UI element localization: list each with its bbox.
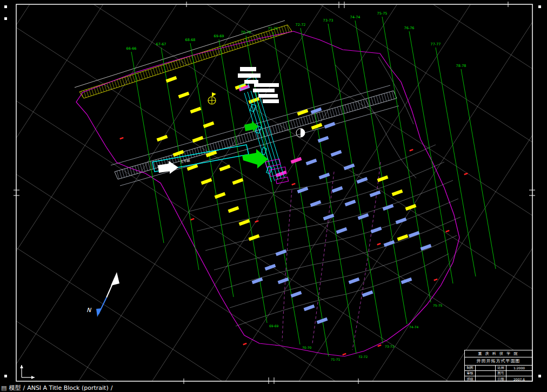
contour-line [197, 162, 444, 231]
grid-line [0, 0, 95, 392]
red-mark [119, 137, 123, 140]
grid-line [0, 11, 547, 392]
label: 75-75 [433, 303, 443, 307]
grid-line [0, 0, 547, 16]
yellow-survey-bar [297, 109, 309, 116]
band-edge-line [120, 106, 399, 186]
grid-line [0, 0, 547, 392]
yellow-survey-bar [239, 219, 250, 226]
blue-survey-bar [304, 305, 315, 311]
registration-mark [4, 17, 7, 20]
contour-line [222, 217, 461, 289]
label-box [263, 99, 279, 103]
magenta-structure [276, 177, 288, 184]
blue-survey-bar [276, 249, 287, 256]
blue-survey-bar [319, 173, 330, 179]
red-mark [243, 343, 246, 346]
benchmark-flag [212, 92, 216, 97]
blue-survey-bar [362, 290, 373, 297]
grid-line [0, 0, 146, 392]
blue-survey-bar [265, 264, 276, 271]
model-tab[interactable]: 模型 [9, 384, 21, 392]
blue-survey-bar [396, 218, 407, 224]
label-box [253, 89, 275, 92]
north-arrow-icon [106, 279, 115, 298]
drawing-layers: 66-6667-6768-6869-6969-6970-7070-7071-71… [0, 0, 547, 392]
contour-line [378, 57, 413, 124]
blue-survey-bar [357, 177, 368, 184]
label: 68-68 [185, 38, 196, 42]
field-label: 制图 [465, 366, 476, 371]
contour-line [236, 254, 449, 326]
section-line [273, 32, 329, 356]
flow-arrow-green-large [242, 149, 268, 168]
yellow-survey-bar [228, 206, 239, 213]
cad-canvas[interactable]: 66-6667-6768-6869-6969-6970-7070-7071-71… [0, 0, 547, 392]
label: 72-72 [296, 23, 306, 27]
shaft-symbol-icon [301, 129, 305, 137]
yellow-survey-bar [392, 190, 403, 196]
grid-line [0, 0, 547, 392]
blue-survey-bar [358, 213, 369, 220]
grid-line [0, 0, 547, 377]
blue-survey-bar [384, 240, 395, 247]
blue-survey-bar [336, 227, 348, 234]
label: 70-70 [302, 346, 312, 349]
section-line [190, 43, 234, 297]
blue-survey-bar [409, 231, 420, 238]
red-mark [433, 279, 437, 281]
titleblock-drawing-title: 井田开拓方式平面图 [465, 357, 532, 366]
cyan-structure [250, 104, 256, 112]
field-value: 2007.6 [506, 376, 532, 382]
slope-hatch-band [79, 25, 292, 98]
grid-line [0, 0, 198, 392]
titleblock-school: 重 庆 科 技 学 院 [465, 350, 532, 357]
red-mark [445, 230, 449, 233]
registration-mark [538, 375, 541, 377]
cyan-structure [261, 147, 267, 155]
blue-survey-bar [278, 278, 289, 284]
layout-tab[interactable]: ANSI A Title Block (portrait) [27, 384, 109, 392]
grid-line [0, 0, 547, 392]
grid-line [0, 0, 547, 392]
blue-survey-bar [331, 150, 342, 157]
label: 67-67 [156, 42, 166, 46]
grid-line [0, 0, 547, 392]
blue-survey-bar [306, 159, 317, 165]
field-label: 审核 [465, 371, 476, 376]
red-mark [377, 243, 381, 246]
grid-line [0, 0, 353, 392]
label: 75-75 [377, 11, 388, 16]
field-label: 日期 [496, 376, 506, 382]
label: 70-70 [241, 30, 251, 35]
grid-line [0, 63, 547, 392]
blue-survey-bar [324, 122, 336, 129]
red-mark [291, 183, 295, 186]
grid-line [0, 0, 547, 326]
layout-tab-bar: ▤ 模型 / ANSI A Title Block (portrait) / [0, 384, 547, 392]
label: 74-74 [409, 325, 419, 329]
field-label: 图号 [496, 371, 506, 376]
blue-survey-bar [371, 227, 382, 233]
grid-line [0, 0, 547, 392]
field-label: 比例 [496, 366, 506, 371]
grid-line [0, 0, 547, 392]
blue-survey-bar [332, 186, 343, 193]
north-arrow-icon [96, 308, 102, 317]
field-value [476, 376, 496, 382]
grid-line [38, 0, 547, 392]
grid-line [0, 0, 547, 392]
label-box [254, 83, 279, 87]
titleblock-fields: 制图 比例 1:2000 审核 图号 班级 日期 2007.6 [465, 366, 532, 382]
magenta-survey-bar [291, 157, 302, 164]
blue-survey-bar [323, 214, 335, 220]
grid-line [0, 0, 547, 392]
grid-line [401, 0, 547, 392]
yellow-survey-bar [192, 136, 204, 143]
blue-survey-bar [297, 187, 309, 193]
yellow-survey-bar [397, 234, 409, 241]
label: 73-73 [385, 344, 395, 348]
label: 73-73 [323, 18, 333, 23]
label: 69-69 [269, 324, 279, 328]
grid-line [0, 0, 547, 392]
